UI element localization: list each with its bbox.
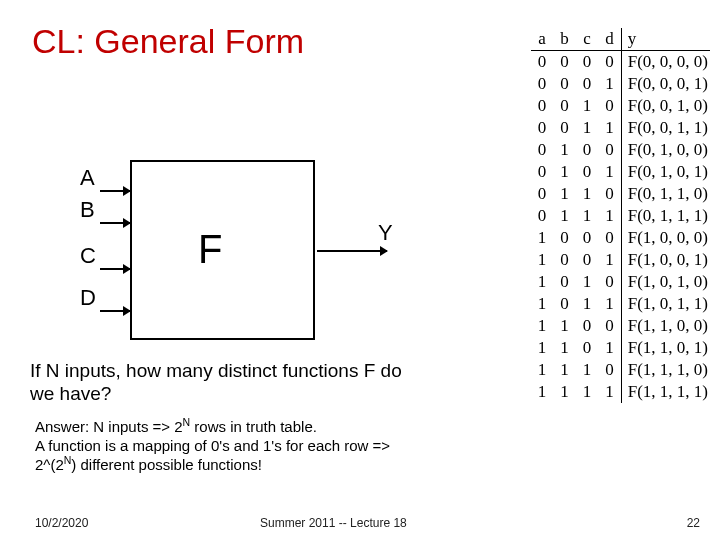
table-row: 0001F(0, 0, 0, 1) bbox=[531, 73, 710, 95]
input-label-a: A bbox=[80, 165, 95, 191]
footer-page: 22 bbox=[687, 516, 700, 530]
table-header: d bbox=[598, 28, 621, 51]
page-title: CL: General Form bbox=[32, 22, 304, 61]
table-row: 1101F(1, 1, 0, 1) bbox=[531, 337, 710, 359]
table-row: 1100F(1, 1, 0, 0) bbox=[531, 315, 710, 337]
table-row: 0100F(0, 1, 0, 0) bbox=[531, 139, 710, 161]
question-text: If N inputs, how many distinct functions… bbox=[30, 360, 420, 406]
input-label-b: B bbox=[80, 197, 95, 223]
table-row: 0110F(0, 1, 1, 0) bbox=[531, 183, 710, 205]
table-row: 0111F(0, 1, 1, 1) bbox=[531, 205, 710, 227]
arrow-icon bbox=[317, 250, 387, 252]
table-row: 1000F(1, 0, 0, 0) bbox=[531, 227, 710, 249]
table-row: 0011F(0, 0, 1, 1) bbox=[531, 117, 710, 139]
table-row: 0101F(0, 1, 0, 1) bbox=[531, 161, 710, 183]
table-header: c bbox=[576, 28, 599, 51]
output-label: Y bbox=[378, 220, 393, 246]
input-label-d: D bbox=[80, 285, 96, 311]
function-block bbox=[130, 160, 315, 340]
truth-table: abcdy 0000F(0, 0, 0, 0)0001F(0, 0, 0, 1)… bbox=[531, 28, 710, 403]
table-row: 1011F(1, 0, 1, 1) bbox=[531, 293, 710, 315]
input-label-c: C bbox=[80, 243, 96, 269]
table-header: y bbox=[621, 28, 710, 51]
arrow-icon bbox=[100, 268, 130, 270]
answer-text: Answer: N inputs => 2N rows in truth tab… bbox=[35, 418, 415, 474]
table-row: 1111F(1, 1, 1, 1) bbox=[531, 381, 710, 403]
table-header: a bbox=[531, 28, 554, 51]
block-diagram: F A B C D Y bbox=[70, 155, 400, 345]
block-label: F bbox=[198, 227, 222, 272]
arrow-icon bbox=[100, 310, 130, 312]
table-row: 0000F(0, 0, 0, 0) bbox=[531, 51, 710, 74]
table-header: b bbox=[553, 28, 576, 51]
footer-date: 10/2/2020 bbox=[35, 516, 88, 530]
table-row: 0010F(0, 0, 1, 0) bbox=[531, 95, 710, 117]
table-row: 1110F(1, 1, 1, 0) bbox=[531, 359, 710, 381]
table-row: 1001F(1, 0, 0, 1) bbox=[531, 249, 710, 271]
arrow-icon bbox=[100, 190, 130, 192]
table-row: 1010F(1, 0, 1, 0) bbox=[531, 271, 710, 293]
arrow-icon bbox=[100, 222, 130, 224]
footer-lecture: Summer 2011 -- Lecture 18 bbox=[260, 516, 407, 530]
